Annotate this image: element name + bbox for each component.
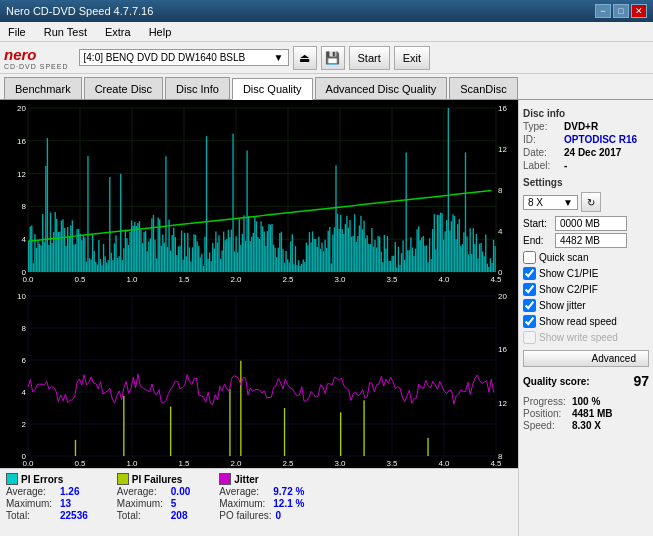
pi-errors-group: PI Errors Average: 1.26 Maximum: 13 Tota… — [6, 473, 88, 521]
checkbox-show-write-speed: Show write speed — [523, 331, 649, 344]
refresh-button[interactable]: ↻ — [581, 192, 601, 212]
start-input[interactable] — [555, 216, 627, 231]
pi-failures-avg-value: 0.00 — [171, 486, 190, 497]
pi-errors-avg-label: Average: — [6, 486, 56, 497]
pi-errors-label: PI Errors — [21, 474, 63, 485]
settings-section-title: Settings — [523, 177, 649, 188]
menu-file[interactable]: File — [4, 25, 30, 39]
jitter-label: Jitter — [234, 474, 258, 485]
save-button[interactable]: 💾 — [321, 46, 345, 70]
menu-run-test[interactable]: Run Test — [40, 25, 91, 39]
stats-area: PI Errors Average: 1.26 Maximum: 13 Tota… — [0, 468, 518, 536]
pi-errors-total-value: 22536 — [60, 510, 88, 521]
logo-sub: CD·DVD SPEED — [4, 63, 69, 70]
menu-bar: File Run Test Extra Help — [0, 22, 653, 42]
end-input[interactable] — [555, 233, 627, 248]
progress-label: Progress: — [523, 396, 568, 407]
pi-failures-label: PI Failures — [132, 474, 183, 485]
minimize-button[interactable]: − — [595, 4, 611, 18]
drive-combo[interactable]: [4:0] BENQ DVD DD DW1640 BSLB ▼ — [79, 49, 289, 66]
pi-errors-max-value: 13 — [60, 498, 71, 509]
title-bar: Nero CD-DVD Speed 4.7.7.16 − □ ✕ — [0, 0, 653, 22]
pi-failures-total-value: 208 — [171, 510, 188, 521]
checkbox-show-c2: Show C2/PIF — [523, 283, 649, 296]
logo-area: nero CD·DVD SPEED — [4, 46, 69, 70]
disc-date-label: Date: — [523, 147, 561, 158]
tab-scandisc[interactable]: ScanDisc — [449, 77, 517, 99]
disc-type-label: Type: — [523, 121, 561, 132]
pi-errors-total-label: Total: — [6, 510, 56, 521]
pi-failures-group: PI Failures Average: 0.00 Maximum: 5 Tot… — [117, 473, 190, 521]
jitter-po-label: PO failures: — [219, 510, 271, 521]
menu-help[interactable]: Help — [145, 25, 176, 39]
tab-create-disc[interactable]: Create Disc — [84, 77, 163, 99]
checkbox-show-read-speed: Show read speed — [523, 315, 649, 328]
chart-and-stats: PI Errors Average: 1.26 Maximum: 13 Tota… — [0, 100, 518, 536]
disc-id-value: OPTODISC R16 — [564, 134, 637, 145]
position-value: 4481 MB — [572, 408, 613, 419]
charts-area — [0, 100, 518, 468]
jitter-avg-value: 9.72 % — [273, 486, 304, 497]
logo-nero: nero — [4, 46, 37, 63]
sidebar: Disc info Type: DVD+R ID: OPTODISC R16 D… — [518, 100, 653, 536]
speed-value: 8.30 X — [572, 420, 601, 431]
start-button[interactable]: Start — [349, 46, 390, 70]
pi-failures-total-label: Total: — [117, 510, 167, 521]
jitter-po-value: 0 — [276, 510, 282, 521]
pi-failures-max-label: Maximum: — [117, 498, 167, 509]
speed-combo[interactable]: 8 X▼ — [523, 195, 578, 210]
disc-label-label: Label: — [523, 160, 561, 171]
tab-advanced-disc-quality[interactable]: Advanced Disc Quality — [315, 77, 448, 99]
menu-extra[interactable]: Extra — [101, 25, 135, 39]
jitter-avg-label: Average: — [219, 486, 269, 497]
main-content: PI Errors Average: 1.26 Maximum: 13 Tota… — [0, 100, 653, 536]
disc-id-label: ID: — [523, 134, 561, 145]
app-title: Nero CD-DVD Speed 4.7.7.16 — [6, 5, 153, 17]
pi-failures-legend-box — [117, 473, 129, 485]
disc-type-value: DVD+R — [564, 121, 598, 132]
drive-select: [4:0] BENQ DVD DD DW1640 BSLB ▼ — [79, 49, 289, 66]
jitter-legend-box — [219, 473, 231, 485]
progress-value: 100 % — [572, 396, 600, 407]
checkbox-show-c1: Show C1/PIE — [523, 267, 649, 280]
tab-disc-quality[interactable]: Disc Quality — [232, 78, 313, 100]
tab-benchmark[interactable]: Benchmark — [4, 77, 82, 99]
end-label: End: — [523, 235, 551, 246]
tabs-bar: Benchmark Create Disc Disc Info Disc Qua… — [0, 74, 653, 100]
checkbox-show-jitter: Show jitter — [523, 299, 649, 312]
position-label: Position: — [523, 408, 568, 419]
pi-errors-legend-box — [6, 473, 18, 485]
toolbar: nero CD·DVD SPEED [4:0] BENQ DVD DD DW16… — [0, 42, 653, 74]
eject-button[interactable]: ⏏ — [293, 46, 317, 70]
jitter-max-value: 12.1 % — [273, 498, 304, 509]
exit-button[interactable]: Exit — [394, 46, 430, 70]
jitter-max-label: Maximum: — [219, 498, 269, 509]
start-label: Start: — [523, 218, 551, 229]
main-chart — [0, 100, 518, 468]
pi-errors-max-label: Maximum: — [6, 498, 56, 509]
maximize-button[interactable]: □ — [613, 4, 629, 18]
disc-label-value: - — [564, 160, 567, 171]
progress-section: Progress: 100 % Position: 4481 MB Speed:… — [523, 395, 649, 431]
disc-date-value: 24 Dec 2017 — [564, 147, 621, 158]
quality-score-value: 97 — [633, 373, 649, 389]
tab-disc-info[interactable]: Disc Info — [165, 77, 230, 99]
pi-failures-max-value: 5 — [171, 498, 177, 509]
close-button[interactable]: ✕ — [631, 4, 647, 18]
quality-score-label: Quality score: — [523, 376, 590, 387]
advanced-button[interactable]: Advanced — [523, 350, 649, 367]
jitter-group: Jitter Average: 9.72 % Maximum: 12.1 % P… — [219, 473, 304, 521]
pi-errors-avg-value: 1.26 — [60, 486, 79, 497]
checkbox-quick-scan: Quick scan — [523, 251, 649, 264]
speed-label: Speed: — [523, 420, 568, 431]
disc-info-section-title: Disc info — [523, 108, 649, 119]
pi-failures-avg-label: Average: — [117, 486, 167, 497]
